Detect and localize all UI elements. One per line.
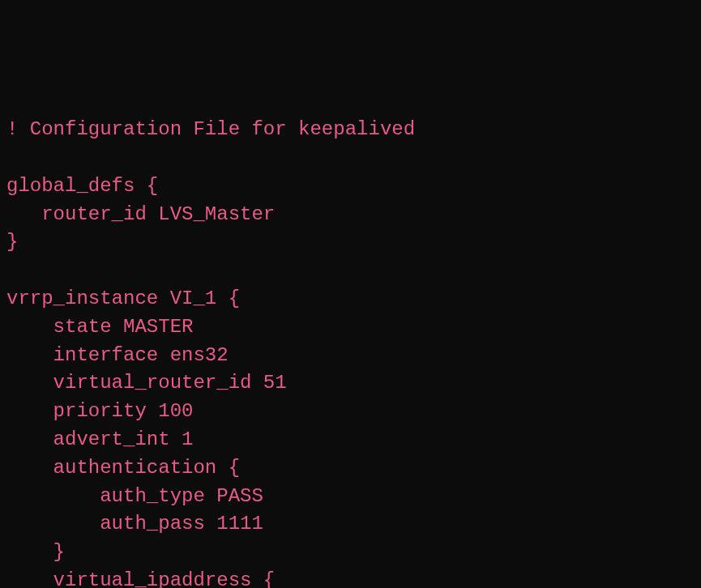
code-line: } [6,228,695,257]
code-line [6,257,695,285]
code-line: advert_int 1 [6,426,695,454]
code-line: global_defs { [6,173,695,201]
code-line: interface ens32 [6,342,695,370]
code-line: virtual_router_id 51 [6,369,695,398]
code-line [6,144,695,173]
code-line: state MASTER [6,313,695,342]
config-file-content: ! Configuration File for keepalived glob… [6,116,695,588]
code-line: auth_pass 1111 [6,510,695,539]
code-line: authentication { [6,454,695,483]
code-line: vrrp_instance VI_1 { [6,285,695,313]
code-line: priority 100 [6,398,695,426]
code-line: auth_type PASS [6,483,695,511]
code-line: virtual_ipaddress { [6,567,695,588]
code-line: } [6,539,695,567]
code-line: router_id LVS_Master [6,201,695,229]
code-line: ! Configuration File for keepalived [6,116,695,144]
